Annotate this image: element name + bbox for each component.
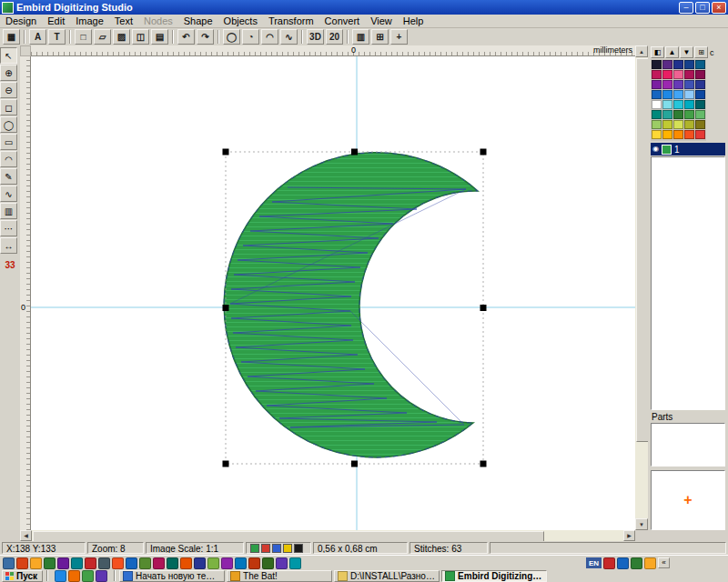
taskbar-shortcut-icon[interactable] xyxy=(85,557,96,569)
bezier-tool[interactable]: ∿ xyxy=(0,186,17,202)
taskbar-shortcut-icon[interactable] xyxy=(221,557,233,569)
palette-swatch[interactable] xyxy=(673,120,683,129)
palette-mode-icon[interactable]: ◧ xyxy=(651,46,664,58)
taskbar-shortcut-icon[interactable] xyxy=(235,557,247,569)
selection-handle-top-middle[interactable] xyxy=(351,149,358,156)
open-design-icon[interactable]: ▱ xyxy=(94,29,111,45)
arc-tool[interactable]: ◠ xyxy=(0,151,17,167)
selection-handle-bottom-right[interactable] xyxy=(480,461,487,467)
palette-swatch[interactable] xyxy=(673,60,683,69)
selection-handle-bottom-middle[interactable] xyxy=(351,461,358,467)
taskbar-shortcut-icon[interactable] xyxy=(3,557,15,569)
palette-swatch[interactable] xyxy=(673,100,683,109)
palette-swatch[interactable] xyxy=(662,110,672,119)
scroll-down-button[interactable]: ▼ xyxy=(635,518,648,530)
palette-swatch[interactable] xyxy=(684,100,694,109)
design-canvas[interactable] xyxy=(31,56,635,530)
redo-icon[interactable]: ↷ xyxy=(197,29,214,45)
palette-swatch[interactable] xyxy=(673,90,683,99)
palette-swatch[interactable] xyxy=(673,110,683,119)
palette-swatch[interactable] xyxy=(695,120,705,129)
menu-item-transform[interactable]: Transform xyxy=(263,15,319,27)
palette-swatch[interactable] xyxy=(695,100,705,109)
palette-swatch[interactable] xyxy=(652,60,662,69)
menu-item-nodes[interactable]: Nodes xyxy=(138,15,178,27)
palette-swatch[interactable] xyxy=(652,110,662,119)
freehand-tool[interactable]: ✎ xyxy=(0,168,17,185)
ellipse-tool[interactable]: ◯ xyxy=(0,116,17,133)
selection-handle-top-left[interactable] xyxy=(223,149,229,156)
taskbar-shortcut-icon[interactable] xyxy=(139,557,151,569)
palette-swatch[interactable] xyxy=(662,100,672,109)
design-manager-icon[interactable]: ▦ xyxy=(3,29,20,45)
object-list[interactable] xyxy=(651,156,725,410)
taskbar-shortcut-icon[interactable] xyxy=(153,557,165,569)
select-tool[interactable]: ↖ xyxy=(0,47,17,64)
palette-swatch[interactable] xyxy=(695,90,705,99)
palette-swatch[interactable] xyxy=(652,120,662,129)
scroll-right-button[interactable]: ▶ xyxy=(623,530,635,541)
scroll-up-button[interactable]: ▲ xyxy=(635,45,648,57)
column-fill-tool[interactable]: ▥ xyxy=(0,203,17,219)
save-design-icon[interactable]: ◫ xyxy=(132,29,149,45)
palette-swatch[interactable] xyxy=(652,90,662,99)
menu-item-text[interactable]: Text xyxy=(109,15,138,27)
palette-swatch[interactable] xyxy=(662,60,672,69)
selection-handle-middle-left[interactable] xyxy=(223,305,229,311)
view-3d-icon[interactable]: 3D xyxy=(307,29,324,45)
scroll-left-button[interactable]: ◀ xyxy=(20,530,32,541)
quick-launch-icon[interactable] xyxy=(68,570,80,582)
maximize-button[interactable]: □ xyxy=(695,2,710,14)
palette-swatch[interactable] xyxy=(695,60,705,69)
rectangle-tool[interactable]: ▭ xyxy=(0,134,17,150)
palette-swatch[interactable] xyxy=(652,70,662,79)
menu-item-design[interactable]: Design xyxy=(0,15,42,27)
spin-down-icon[interactable]: ▼ xyxy=(680,46,693,58)
palette-swatch[interactable] xyxy=(662,90,672,99)
zoom-in-tool[interactable]: ⊕ xyxy=(0,65,17,81)
arc-shape-icon[interactable]: ◠ xyxy=(261,29,278,45)
task-button-thebat[interactable]: The Bat! xyxy=(227,570,332,582)
pie-shape-icon[interactable]: ◔ xyxy=(242,29,259,45)
create-letters-icon[interactable]: A xyxy=(29,29,46,45)
vertical-scroll-thumb[interactable] xyxy=(636,58,649,442)
language-indicator[interactable]: EN xyxy=(586,557,602,568)
tray-collapse-button[interactable]: « xyxy=(658,557,670,568)
fill-parameters-icon[interactable]: ▥ xyxy=(352,29,369,45)
palette-swatch[interactable] xyxy=(652,100,662,109)
palette-swatch[interactable] xyxy=(684,90,694,99)
task-button-browser[interactable]: Начать новую тему :: В... xyxy=(119,570,225,582)
palette-swatch[interactable] xyxy=(673,70,683,79)
preview-panel[interactable]: + xyxy=(651,470,725,530)
menu-item-view[interactable]: View xyxy=(365,15,398,27)
menu-item-help[interactable]: Help xyxy=(398,15,430,27)
spin-up-icon[interactable]: ▲ xyxy=(665,46,679,58)
ellipse-shape-icon[interactable]: ◯ xyxy=(223,29,240,45)
import-image-icon[interactable]: ▨ xyxy=(113,29,130,45)
tray-icon[interactable] xyxy=(617,557,629,569)
menu-item-edit[interactable]: Edit xyxy=(42,15,70,27)
tray-icon[interactable] xyxy=(644,557,656,569)
object-list-item[interactable]: ◉ 1 xyxy=(651,143,725,156)
grid-toggle-icon[interactable]: ⊞ xyxy=(371,29,389,45)
vertical-scrollbar[interactable]: ▲ ▼ xyxy=(635,45,648,530)
taskbar-shortcut-icon[interactable] xyxy=(248,557,260,569)
menu-item-objects[interactable]: Objects xyxy=(218,15,263,27)
taskbar-shortcut-icon[interactable] xyxy=(126,557,137,569)
palette-swatch[interactable] xyxy=(695,110,705,119)
palette-swatch[interactable] xyxy=(662,70,672,79)
zoom-out-tool[interactable]: ⊖ xyxy=(0,82,17,98)
taskbar-shortcut-icon[interactable] xyxy=(71,557,83,569)
quick-launch-icon[interactable] xyxy=(96,570,107,582)
quick-launch-icon[interactable] xyxy=(55,570,66,582)
palette-swatch[interactable] xyxy=(652,80,662,89)
tray-icon[interactable] xyxy=(631,557,642,569)
menu-item-convert[interactable]: Convert xyxy=(319,15,366,27)
crescent-shape[interactable] xyxy=(224,153,478,457)
palette-swatch[interactable] xyxy=(684,70,694,79)
palette-swatch[interactable] xyxy=(684,110,694,119)
palette-swatch[interactable] xyxy=(695,70,705,79)
menu-item-shape[interactable]: Shape xyxy=(178,15,218,27)
zoom-window-tool[interactable]: ◻ xyxy=(0,99,17,115)
palette-swatch[interactable] xyxy=(652,130,662,139)
